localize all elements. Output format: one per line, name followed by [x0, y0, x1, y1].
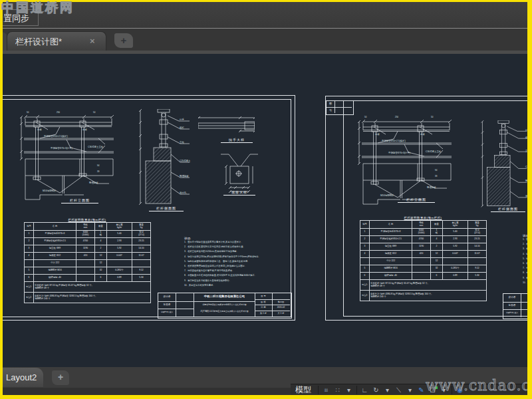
table-header-row: 编号名 称规格 mm数量单位重 kg/m重量 kg: [360, 221, 487, 229]
table-cell: 小计 222: [34, 260, 76, 267]
grid-display-icon[interactable]: ⌗: [321, 385, 332, 396]
table-cell: 32.4 (27.0): [132, 231, 151, 238]
table-cell: 不锈钢管横杆Φ50×2.5: [370, 236, 412, 243]
table-cell: 4: [360, 251, 370, 258]
material-table-grid: 编号名 称规格 mm数量单位重 kg/m重量 kg1不锈钢管扶手Φ76×3600…: [24, 222, 151, 303]
object-snap-tracking-icon[interactable]: ⟍: [393, 385, 404, 396]
table-cell: 5: [25, 267, 34, 275]
table-header-cell: 重量 kg: [132, 223, 151, 231]
polar-dropdown-icon[interactable]: ▾: [382, 385, 393, 396]
otrack-dropdown-icon[interactable]: ▾: [404, 385, 416, 396]
titleblock-line: [194, 301, 255, 302]
table-cell: [76, 275, 95, 282]
model-space-button[interactable]: 模型: [291, 384, 316, 396]
titleblock-company: 中铁二院工程集团有限责任公司: [194, 295, 255, 298]
file-tab-bar: 栏杆设计图* × +: [0, 29, 532, 51]
notes-line: 5、钢构件表面除锈后涂防锈底漆二道、面漆二道,颜色与全桥协调。: [184, 259, 292, 264]
table-cell: 12: [431, 258, 443, 265]
table-cell: 12: [431, 251, 443, 258]
table-cell: 钢立柱 Φ89: [370, 243, 412, 251]
caption-section: 栏杆侧面图: [491, 207, 525, 212]
drawing-canvas[interactable]: 栏杆立面图 栏杆侧面图 扶手大样 底座大样 50250509439 盖板盖板不锈…: [0, 54, 532, 367]
table-cell: [132, 260, 151, 267]
table-cell: 5.40: [443, 229, 468, 236]
table-cell: 4: [95, 238, 107, 245]
titleblock-line: [503, 302, 530, 303]
table-header-cell: 数量: [431, 221, 443, 229]
table-cell: 小计 222: [370, 258, 412, 265]
titleblock-line: [503, 309, 530, 310]
frame-border-top: [0, 0, 532, 2]
table-cell: 1: [25, 231, 34, 238]
table-cell: 6000 (5000): [76, 231, 95, 238]
table-cell: [107, 260, 132, 267]
dim-label: 94: [97, 165, 99, 167]
notes-line: 4、钢管均采用Q235钢,焊条采用E43型,焊缝有效高度不小于6mm,焊缝须饱满…: [184, 255, 292, 259]
caption-handrail-detail: 扶手大样: [221, 138, 253, 143]
table-cell: 32: [431, 265, 443, 273]
table-row: 小计 22212: [360, 258, 487, 265]
leader-label: 盖板: [375, 134, 380, 136]
titleblock-field-label: 日 期: [255, 306, 272, 309]
snap-mode-icon[interactable]: ∷: [332, 385, 343, 396]
table-cell: 12: [95, 260, 107, 267]
table-row: 4钢底座 Φ22420120.04711.67: [360, 251, 487, 258]
table-cell: 0.285/个: [443, 265, 468, 273]
ortho-mode-icon[interactable]: ∟: [359, 385, 370, 396]
table-row: 2不锈钢管横杆Φ50×2.5470042.9323.15: [360, 236, 487, 243]
table-row: 5地脚螺栓 M16320.285/个9.12: [25, 267, 151, 275]
table-cell: 5.34: [132, 275, 151, 282]
drawing-sheet-left: 栏杆立面图 栏杆侧面图 扶手大样 底座大样 50250509439 盖板盖板不锈…: [0, 95, 295, 321]
table-cell: 6000 (5000): [412, 229, 431, 236]
leader-label: 预埋钢板: [427, 187, 436, 190]
table-cell: 1 根: [431, 229, 443, 236]
titleblock-field-label: 第 1 张: [255, 312, 272, 315]
notes-line: 7、扶手及横杆接头应打磨平顺,不得有毛刺及焊瘤。: [184, 269, 292, 273]
table-cell: 5.40: [107, 231, 132, 238]
dim-label: 39: [435, 176, 437, 178]
table-cell: 2: [95, 245, 107, 253]
caption-elevation: 栏杆立面图: [61, 198, 98, 203]
titleblock-line: [255, 311, 290, 311]
snap-dropdown-icon[interactable]: ▾: [343, 385, 354, 396]
new-tab-button[interactable]: +: [114, 33, 133, 48]
table-cell: [443, 258, 468, 265]
table-cell: 3: [25, 245, 34, 253]
titleblock-line: [158, 301, 194, 302]
table-cell: 6: [25, 275, 34, 282]
titleblock-project-line: 湖南省张花高速公路桥梁工程项目人行道栏杆设计图: [194, 303, 255, 306]
table-cell: 2.93: [107, 238, 132, 245]
close-icon[interactable]: ×: [90, 36, 95, 46]
table-header-cell: 单位重 kg/m: [107, 223, 132, 231]
layout-tab[interactable]: Layout2: [3, 368, 43, 387]
table-cell: 地脚螺栓 M16: [370, 265, 412, 273]
leader-label: 不锈钢管Φ50×2.5(横杆): [44, 136, 68, 138]
material-table-title: 栏杆材料数量表(每m栏杆): [24, 218, 150, 221]
leader-label: 盖板: [420, 134, 425, 136]
dim-label: 50: [93, 112, 95, 114]
leader-label: M16地脚螺栓: [380, 195, 394, 198]
table-header-cell: 单位重 kg/m: [443, 221, 468, 229]
titleblock-field-value: 施工图: [272, 301, 290, 303]
table-header-row: 编号名 称规格 mm数量单位重 kg/m重量 kg: [25, 223, 151, 231]
titleblock-field-value: 共 1 张: [272, 312, 290, 315]
table-cell: 4700: [412, 236, 431, 243]
caption-section: 栏杆侧面图: [149, 206, 184, 211]
titleblock-role-label: 审核技术负责人: [503, 311, 521, 314]
file-tab-label: 栏杆设计图*: [15, 36, 62, 48]
table-cell: 1: [360, 229, 370, 236]
new-layout-button[interactable]: +: [52, 370, 69, 385]
file-tab-active[interactable]: 栏杆设计图* ×: [7, 31, 106, 51]
table-row: 1不锈钢管扶手Φ76×36000 (5000)1 根5.4032.4 (27.0…: [360, 229, 487, 236]
leader-label: 不锈钢管Φ50×2.5(横杆): [382, 140, 406, 143]
table-cell: 9.12: [468, 265, 487, 273]
section-label: 扶手: [180, 119, 184, 122]
polar-tracking-icon[interactable]: ↻: [370, 385, 382, 396]
table-cell: [412, 273, 431, 280]
titleblock-role-label: 设计者: [158, 295, 176, 298]
table-row: 5地脚螺栓 M16320.285/个9.12: [360, 265, 487, 273]
table-cell: 6: [360, 273, 370, 280]
section-label: 横杆: [180, 127, 184, 130]
table-header-cell: 编号: [360, 221, 370, 229]
table-row: 6镀锌扁钢 -4060.895.34: [360, 273, 487, 280]
